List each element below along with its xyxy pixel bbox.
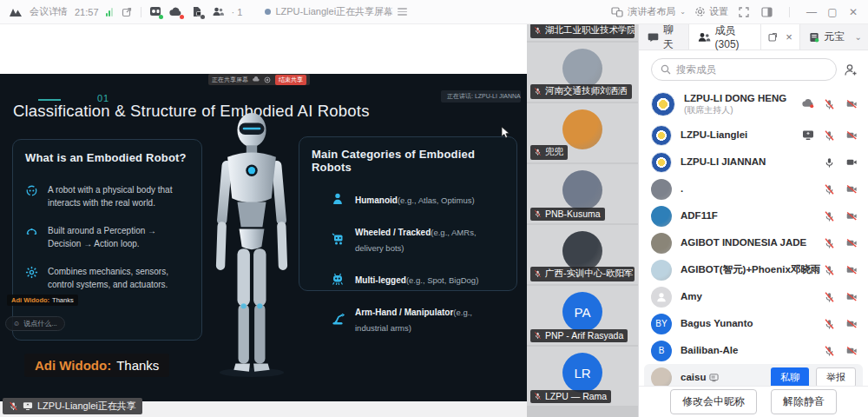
avatar-emblem [651, 125, 672, 146]
presenter-share-toolbar[interactable]: 正在共享屏幕 结束共享 [208, 74, 310, 85]
doc-lock-icon[interactable] [190, 5, 204, 19]
mic-muted-icon [534, 26, 542, 35]
open-window-icon[interactable] [120, 5, 134, 19]
search-placeholder: 搜索成员 [676, 63, 716, 76]
tab-members[interactable]: 成员(305) [688, 24, 762, 50]
side-panel-icon[interactable] [760, 5, 773, 19]
thumbnail-name-label: LZPU — Rama [530, 390, 611, 404]
avatar-photo [651, 367, 672, 387]
member-name: AGIBOT INDONESIA JADE [681, 237, 806, 249]
definition-bullet: A robot with a physical body that intera… [25, 183, 189, 209]
settings-button[interactable]: 设置 [694, 5, 728, 18]
member-row[interactable]: caisu 私聊举报 [644, 364, 863, 386]
thumbnail-name-label: PNB-Kusuma [530, 208, 605, 222]
avatar-initials: LR [562, 353, 602, 393]
meeting-details-button[interactable]: 会议详情 [30, 5, 68, 18]
video-thumbnail[interactable]: PA PNP - Arif Rasyada [527, 286, 638, 345]
video-thumbnail[interactable]: 兜兜 [527, 103, 638, 162]
search-input[interactable]: 搜索成员 [651, 58, 837, 81]
popout-icon[interactable] [768, 32, 779, 42]
member-name: Bailiban-Ale [681, 345, 738, 357]
camera-off-icon [845, 345, 858, 357]
category-item: Humanoid(e.g., Atlas, Optimus) [312, 191, 504, 207]
screen-share-icon [23, 401, 33, 411]
minimize-icon[interactable]: — [806, 6, 818, 18]
cloud-sync-icon[interactable] [169, 5, 183, 19]
quick-reply-pill[interactable]: ☺ 说点什么... [5, 316, 65, 331]
chat-overlay-small: Adi Widodo:Thanks [7, 295, 78, 306]
mic-muted-icon [824, 318, 836, 330]
member-row[interactable]: LZPU-Lianglei [639, 122, 868, 149]
record-badge-icon [709, 374, 719, 382]
category-examples: (e.g., Spot, BigDog) [406, 275, 478, 285]
mic-muted-icon [534, 269, 542, 278]
layout-switcher[interactable]: 演讲者布局 ⌄ [611, 5, 686, 18]
chat-overlay-large: Adi Widodo:Thanks [24, 354, 169, 377]
chevron-down-icon[interactable]: ⌄ [849, 24, 868, 50]
definition-card-title: What is an Embodied Robot? [25, 151, 189, 164]
camera-off-icon [845, 264, 858, 276]
robot-illustration [194, 110, 309, 383]
avatar-photo [651, 206, 672, 227]
member-name: caisu [681, 372, 706, 384]
mic-muted-icon [824, 129, 836, 142]
avatar-emblem [651, 152, 672, 173]
member-row[interactable]: ADF11F [639, 202, 868, 229]
avatar-initials: BY [651, 314, 672, 334]
member-row[interactable]: AGIBOT INDONESIA JADE [639, 229, 868, 256]
member-row[interactable]: Amy [639, 283, 868, 310]
thumbnail-name-label: 河南交通技师刘洒洒 [530, 84, 632, 100]
maximize-icon[interactable]: ▢ [826, 6, 838, 18]
tab-chat[interactable]: 聊天 [639, 24, 688, 50]
private-chat-button[interactable]: 私聊 [771, 367, 809, 386]
category-item: Multi-legged(e.g., Spot, BigDog) [312, 271, 504, 287]
panel-close-icon[interactable]: × [786, 30, 792, 43]
mouse-cursor [501, 126, 510, 142]
close-icon[interactable]: ✕ [847, 6, 859, 18]
screen-share-gray-icon [802, 129, 814, 142]
category-name: Wheeled / Tracked [355, 228, 431, 237]
avatar-photo [651, 179, 672, 200]
end-share-button[interactable]: 结束共享 [275, 75, 306, 85]
thumbnail-name-label: PNP - Arif Rasyada [530, 329, 628, 343]
rename-button[interactable]: 修改会中昵称 [670, 389, 757, 414]
member-search-row: 搜索成员 [639, 56, 868, 83]
video-thumbnail[interactable]: 湖北工业职业技术学院... [527, 24, 638, 41]
video-thumbnail[interactable]: 广西-实训中心-欧阳军 [527, 225, 638, 284]
participants-icon[interactable] [211, 5, 225, 19]
avatar-photo [651, 260, 672, 281]
fullscreen-icon[interactable] [737, 5, 751, 19]
person-add-icon[interactable] [844, 63, 858, 76]
member-name: LZPU-LI DONG HENG [684, 93, 786, 105]
humanoid-icon [331, 192, 345, 206]
report-button[interactable]: 举报 [816, 367, 856, 386]
record-icon[interactable] [148, 5, 162, 19]
avatar-photo [562, 49, 602, 89]
video-thumbnail[interactable]: PNB-Kusuma [527, 164, 638, 223]
member-row[interactable]: LZPU-LI DONG HENG (联席主持人) [639, 87, 868, 122]
video-thumbnail[interactable]: LR LZPU — Rama [527, 347, 638, 406]
cloud-record-icon [802, 98, 814, 110]
bullet-text: Combines mechanics, sensors, control sys… [48, 265, 189, 291]
member-row[interactable]: BY Bagus Yunanto [639, 310, 868, 337]
member-name: . [681, 183, 683, 195]
sharing-status-pill: LZPU-Lianglei正在共享 [3, 398, 142, 414]
thumbnail-name-label: 广西-实训中心-欧阳军 [530, 267, 635, 282]
robot-arm-icon [331, 312, 345, 326]
tab-yuanbao[interactable]: 元宝 [800, 24, 849, 50]
mic-muted-icon [534, 209, 542, 218]
video-thumbnail[interactable]: 河南交通技师刘洒洒 [527, 43, 638, 102]
member-row[interactable]: B Bailiban-Ale [639, 337, 868, 364]
mic-muted-icon [534, 148, 542, 156]
meeting-window: 会议详情 21:57 · 1 [0, 0, 868, 417]
member-name: Bagus Yunanto [681, 318, 753, 330]
member-role: (联席主持人) [684, 105, 786, 116]
mic-muted-icon [534, 87, 542, 96]
member-row[interactable]: LZPU-LI JIANNAN [639, 149, 868, 175]
member-row[interactable]: . [639, 175, 868, 202]
unmute-button[interactable]: 解除静音 [771, 389, 837, 414]
member-row[interactable]: AGIBOT(智元)+Phoenix邓晓雨 [639, 256, 868, 283]
participant-count: · 1 [232, 7, 243, 17]
thumbnail-column: 湖北工业职业技术学院... 河南交通技师刘洒洒 兜兜 PNB-Kusuma 广西… [527, 24, 638, 417]
mic-muted-icon [824, 183, 836, 195]
